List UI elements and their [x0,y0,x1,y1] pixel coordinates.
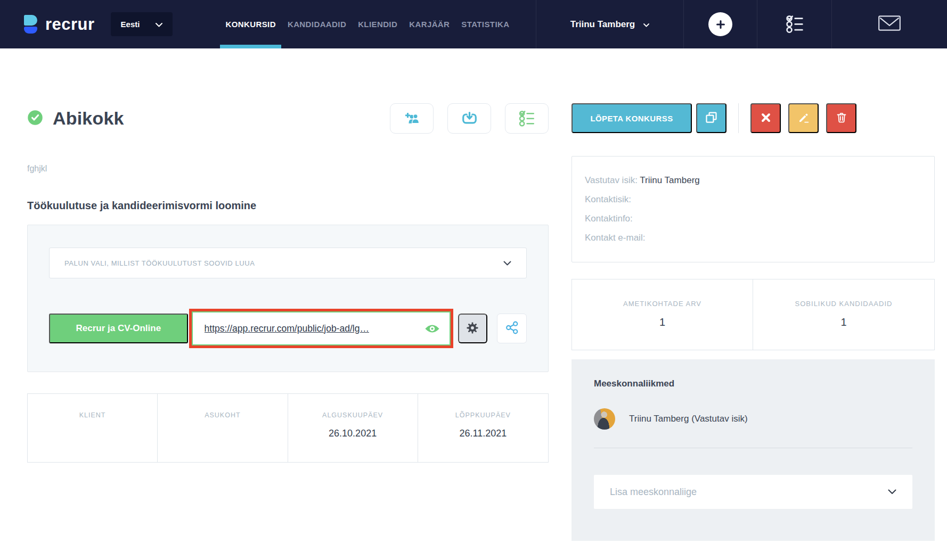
info-label: Kontaktisik: [585,194,631,204]
nav-item-kandidaadid[interactable]: KANDIDAADID [282,0,352,48]
title-actions [390,103,549,134]
column-header: KLIENT [79,411,106,419]
team-member-name: Triinu Tamberg (Vastutav isik) [629,414,748,424]
chevron-down-icon [888,487,896,497]
quick-add-button[interactable] [683,0,757,48]
stat-label: SOBILIKUD KANDIDAADID [795,300,893,308]
stat-positions: AMETIKOHTADE ARV 1 [572,279,753,350]
top-navbar: recrur Eesti KONKURSID KANDIDAADID KLIEN… [0,0,947,48]
page-content: Abikokk [0,48,947,541]
share-button[interactable] [497,314,527,343]
edit-icon [797,111,810,126]
cancel-competition-button[interactable] [750,103,781,133]
table-cell-loppkuupaev: LÕPPKUUPÄEV 26.11.2021 [418,394,548,462]
duplicate-button[interactable] [696,103,726,133]
brand-logo[interactable]: recrur [24,15,95,34]
divider [594,448,912,448]
copy-icon [704,110,719,126]
builder-heading: Töökuulutuse ja kandideerimisvormi loomi… [27,200,549,212]
messages-button[interactable] [831,0,947,48]
main-nav: KONKURSID KANDIDAADID KLIENDID KARJÄÄR S… [219,0,515,48]
right-column: LÕPETA KONKURSS [572,103,935,541]
team-member-row: Triinu Tamberg (Vastutav isik) [594,408,912,430]
info-value: Triinu Tamberg [640,175,699,185]
edit-competition-button[interactable] [788,103,819,133]
job-ad-type-placeholder: PALUN VALI, MILLIST TÖÖKUULUTUST SOOVID … [64,259,255,267]
trash-icon [835,111,848,126]
table-cell-asukoht: ASUKOHT [158,394,288,462]
competition-actions: LÕPETA KONKURSS [572,103,935,133]
gear-icon [466,321,479,336]
job-ad-type-select[interactable]: PALUN VALI, MILLIST TÖÖKUULUTUST SOOVID … [49,248,527,278]
job-note: fghjkl [27,164,549,174]
export-button[interactable] [447,103,491,134]
job-ad-builder-panel: PALUN VALI, MILLIST TÖÖKUULUTUST SOOVID … [27,225,549,372]
envelope-icon [878,14,901,34]
chevron-down-icon [643,19,649,30]
user-menu[interactable]: Triinu Tamberg [536,0,683,48]
cell-value: 26.10.2021 [329,428,377,439]
info-row-kontakt-email: Kontakt e-mail: [585,228,921,248]
info-label: Kontaktinfo: [585,213,633,224]
delete-competition-button[interactable] [826,103,856,133]
publish-row: Recrur ja CV-Online https://app.recrur.c… [49,309,527,348]
contact-info-card: Vastutav isik: Triinu Tamberg Kontaktisi… [572,156,935,262]
annotation-highlight-box: https://app.recrur.com/public/job-ad/lg… [189,309,453,348]
chevron-down-icon [503,258,511,268]
brand-name: recrur [45,15,95,34]
recrur-logo-icon [24,15,37,34]
column-header: LÕPPKUUPÄEV [455,411,511,419]
page-title: Abikokk [53,108,124,129]
nav-item-karjaar[interactable]: KARJÄÄR [403,0,455,48]
share-icon [505,320,519,336]
left-column: Abikokk [27,103,549,541]
plus-circle-icon [708,12,732,36]
user-name: Triinu Tamberg [570,19,635,30]
finish-competition-button[interactable]: LÕPETA KONKURSS [572,103,692,133]
table-cell-alguskuupaev: ALGUSKUUPÄEV 26.10.2021 [288,394,418,462]
avatar [594,408,615,430]
add-team-member-placeholder: Lisa meeskonnaliige [610,487,697,498]
download-icon [461,110,478,127]
stat-suitable-candidates: SOBILIKUD KANDIDAADID 1 [753,279,934,350]
info-label: Kontakt e-mail: [585,233,645,243]
check-circle-icon [27,110,43,128]
info-row-kontaktinfo: Kontaktinfo: [585,209,921,228]
competition-details-table: KLIENT ASUKOHT ALGUSKUUPÄEV 26.10.2021 L… [27,393,549,463]
chevron-down-icon [156,20,162,29]
info-row-kontaktisik: Kontaktisik: [585,190,921,209]
settings-button[interactable] [458,314,488,343]
info-label: Vastutav isik: [585,175,638,185]
job-ad-url-link[interactable]: https://app.recrur.com/public/job-ad/lg… [205,323,417,334]
add-candidate-button[interactable] [390,103,434,134]
stat-value: 1 [659,316,665,328]
nav-item-statistika[interactable]: STATISTIKA [455,0,515,48]
checklist-icon [517,109,536,128]
tasks-button[interactable] [757,0,831,48]
add-team-member-select[interactable]: Lisa meeskonnaliige [594,475,912,509]
add-people-icon [403,111,421,127]
stat-value: 1 [840,316,846,328]
language-label: Eesti [121,20,140,29]
language-selector[interactable]: Eesti [111,12,173,36]
competition-stats: AMETIKOHTADE ARV 1 SOBILIKUD KANDIDAADID… [572,279,935,350]
checklist-icon [784,13,805,36]
info-row-vastutav-isik: Vastutav isik: Triinu Tamberg [585,171,921,190]
title-row: Abikokk [27,103,549,134]
cell-value: 26.11.2021 [459,428,507,439]
scorecard-button[interactable] [505,103,549,134]
job-ad-url-field[interactable]: https://app.recrur.com/public/job-ad/lg… [192,311,451,345]
eye-icon[interactable] [424,323,440,334]
nav-item-kliendid[interactable]: KLIENDID [352,0,403,48]
close-icon [760,112,772,125]
team-heading: Meeskonnaliikmed [594,378,912,389]
divider [738,103,739,133]
column-header: ALGUSKUUPÄEV [322,411,383,419]
nav-item-konkursid[interactable]: KONKURSID [219,0,281,48]
stat-label: AMETIKOHTADE ARV [623,300,701,308]
navbar-right: Triinu Tamberg [536,0,947,48]
column-header: ASUKOHT [205,411,240,419]
table-cell-klient: KLIENT [28,394,158,462]
channel-button[interactable]: Recrur ja CV-Online [49,314,188,343]
team-members-panel: Meeskonnaliikmed Triinu Tamberg (Vastuta… [572,359,935,541]
